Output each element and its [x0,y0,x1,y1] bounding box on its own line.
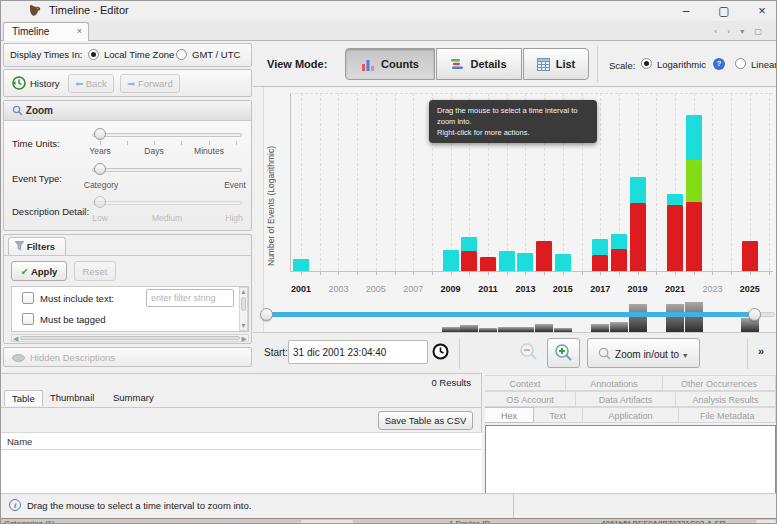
time-toolbar-overflow-chevron[interactable]: » [758,345,765,357]
range-right-thumb[interactable] [748,308,761,321]
tab-thumbnail[interactable]: Thumbnail [43,390,101,405]
start-datetime-input[interactable] [288,340,428,364]
apply-button[interactable]: ✔ Apply [11,261,67,281]
time-units-slider-thumb[interactable] [94,128,106,140]
time-units-label: Time Units: [12,138,60,149]
save-table-csv-button[interactable]: Save Table as CSV [378,411,473,430]
description-detail-slider-thumb[interactable] [94,196,106,208]
tab-table[interactable]: Table [4,390,43,406]
description-detail-slider[interactable] [92,201,242,205]
tab-os-account[interactable]: OS Account [485,391,576,407]
radio-logarithmic[interactable] [641,58,652,69]
table-header-row[interactable]: Name [1,432,482,450]
tab-summary[interactable]: Summary [106,390,161,405]
event-type-slider[interactable] [92,168,242,172]
tab-bar-controls-icons[interactable]: ‹ › ▾ ▢ [714,27,766,36]
time-units-tick-minutes: Minutes [194,146,224,156]
must-be-tagged-checkbox[interactable] [22,313,34,325]
tab-file-metadata[interactable]: File Metadata [679,407,776,423]
bar-2021-cyan[interactable] [667,194,683,205]
radio-gmt-utc-label[interactable]: GMT / UTC [192,49,240,60]
filter-text-input[interactable] [146,289,234,307]
dropdown-caret-icon: ▼ [682,352,689,359]
radio-linear-label[interactable]: Linear [751,59,777,70]
bar-2017-cyan[interactable] [592,239,608,255]
tab-data-artifacts[interactable]: Data Artifacts [576,391,676,407]
view-mode-details-button[interactable]: Details [436,48,522,80]
bar-2025-red[interactable] [742,241,758,271]
bar-2010-cyan[interactable] [461,237,477,251]
display-times-label: Display Times In: [10,49,82,60]
tab-timeline[interactable]: Timeline × [3,22,89,41]
event-type-tick-category: Category [84,180,119,190]
bar-2011-red[interactable] [480,257,496,271]
filter-list-hscrollbar[interactable]: ◀ ▶ [11,334,249,342]
radio-local-time-zone-label[interactable]: Local Time Zone [104,49,174,60]
range-left-thumb[interactable] [260,308,273,321]
logarithmic-info-icon[interactable]: ? [713,58,725,70]
list-table-icon [537,58,550,71]
clock-icon[interactable] [432,343,449,360]
filter-list-vscrollbar[interactable]: ▲ ▼ [239,287,248,331]
bar-2018-red[interactable] [611,249,627,271]
radio-local-time-zone[interactable] [88,49,99,60]
close-button[interactable]: × [749,2,775,20]
zoom-out-button[interactable] [512,339,545,367]
bar-2022-green[interactable] [686,160,702,202]
bar-2014-red[interactable] [536,241,552,271]
zoom-out-icon [519,342,539,362]
history-label: History [30,78,60,89]
time-range-selected-track[interactable] [265,312,753,317]
radio-linear[interactable] [735,58,746,69]
tab-application[interactable]: Application [583,407,680,423]
back-button[interactable]: ⬅ Back [68,74,114,93]
tab-annotations[interactable]: Annotations [566,375,663,391]
hidden-descriptions-panel[interactable]: Hidden Descriptions [3,347,252,367]
bar-2018-cyan[interactable] [611,234,627,249]
bar-2012-cyan[interactable] [499,251,515,271]
details-tab-row-1: Context Annotations Other Occurrences [485,375,776,391]
details-tab-row-3: Hex Text Application File Metadata [485,407,776,423]
forward-button[interactable]: ➡ Forward [120,74,180,93]
table-body-empty[interactable] [1,450,482,494]
tab-analysis-results[interactable]: Analysis Results [676,391,776,407]
bar-2019-cyan[interactable] [630,177,646,203]
background-ghost-button [756,520,776,524]
filters-tab[interactable]: Filters [8,237,66,255]
view-mode-counts-button[interactable]: Counts [345,48,435,80]
tab-context[interactable]: Context [485,375,566,391]
filter-funnel-icon [15,241,24,251]
event-type-slider-thumb[interactable] [94,163,106,175]
tab-other-occurrences[interactable]: Other Occurrences [663,375,776,391]
bar-2013-cyan[interactable] [517,253,533,271]
back-arrow-icon: ⬅ [75,78,83,89]
zoom-in-button[interactable] [547,338,580,368]
radio-gmt-utc[interactable] [176,49,187,60]
bar-2009-cyan[interactable] [443,250,459,271]
bar-2019-red[interactable] [630,203,646,271]
tab-text[interactable]: Text [534,407,583,423]
time-units-slider[interactable] [92,133,242,137]
time-zoom-toolbar: Start: Zoom [253,332,777,373]
zoom-in-out-dropdown[interactable]: Zoom in/out to ▼ [587,338,700,368]
bar-2010-red[interactable] [461,251,477,271]
reset-button[interactable]: Reset [74,261,116,281]
bar-2022-red[interactable] [686,202,702,271]
radio-logarithmic-label[interactable]: Logarithmic [657,59,706,70]
column-header-name[interactable]: Name [7,436,32,447]
minimize-button[interactable]: – [673,2,699,20]
editor-tab-bar [1,21,777,41]
bar-2015-cyan[interactable] [555,254,571,271]
bar-2017-red[interactable] [592,255,608,271]
view-mode-list-button[interactable]: List [523,48,589,80]
bar-2022-cyan[interactable] [686,115,702,160]
bar-2001-cyan[interactable] [293,259,309,271]
tab-close-icon[interactable]: × [77,26,82,36]
must-include-text-checkbox[interactable] [22,292,34,304]
tab-hex[interactable]: Hex [485,407,534,423]
y-axis-label: Number of Events (Logarithmic) [266,101,276,266]
zoom-in-icon [554,343,574,363]
maximize-button[interactable]: ▢ [711,2,737,20]
bar-2021-red[interactable] [667,205,683,271]
zoom-panel-header: Zoom [4,101,251,121]
